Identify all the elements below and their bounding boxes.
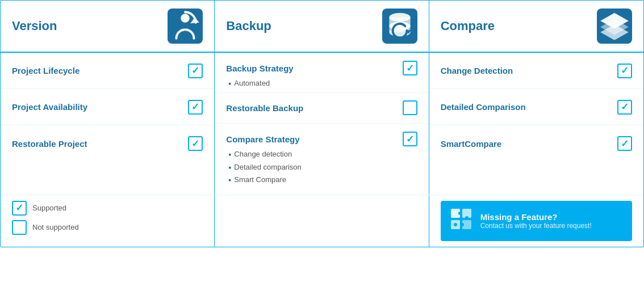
sub-item-text: Detailed comparison (234, 162, 302, 174)
header-backup: Backup (215, 1, 429, 52)
sub-item: ▪ Detailed comparison (228, 161, 417, 174)
missing-feature-title: Missing a Feature? (480, 212, 592, 222)
legend-not-supported: Not supported (12, 220, 203, 235)
svg-point-17 (454, 223, 457, 226)
backup-col: Backup Strategy ▪ Automated Restorable B… (215, 53, 429, 195)
feature-name: Project Lifecycle (12, 66, 188, 75)
missing-feature-subtitle: Contact us with your feature request! (480, 222, 592, 230)
bullet: ▪ (228, 161, 231, 174)
sub-item: ▪ Change detection (228, 148, 417, 161)
compare-icon (597, 9, 632, 44)
compare-col: Change Detection Detailed Comparison Sma… (429, 53, 643, 195)
feature-row: Restorable Project (1, 125, 214, 162)
bullet: ▪ (228, 77, 231, 90)
feature-row: Project Lifecycle (1, 53, 214, 89)
supported-check-icon (12, 201, 27, 216)
feature-name: Change Detection (441, 66, 617, 75)
feature-row: SmartCompare (429, 125, 643, 162)
svg-marker-1 (191, 18, 200, 24)
legend-supported: Supported (12, 201, 203, 216)
svg-point-15 (458, 212, 462, 215)
not-supported-check-icon (12, 220, 27, 235)
feature-row: Change Detection (429, 53, 643, 89)
check-icon (617, 100, 632, 115)
missing-feature-text: Missing a Feature? Contact us with your … (480, 212, 592, 230)
feature-row: Detailed Comparison (429, 89, 643, 125)
bullet: ▪ (228, 148, 231, 161)
bullet: ▪ (228, 174, 231, 186)
sub-item-text: Automated (234, 78, 270, 90)
bottom-area: Supported Not supported (1, 195, 643, 247)
header-compare: Compare (429, 1, 643, 52)
check-icon (617, 64, 632, 78)
bottom-banner-col: Missing a Feature? Contact us with your … (429, 195, 643, 247)
backup-icon (382, 9, 417, 44)
header-version: Version (1, 1, 215, 52)
feature-comparison-table: Version Backup (0, 0, 644, 247)
feature-sub: ▪ Automated (226, 77, 417, 90)
svg-point-18 (461, 223, 464, 226)
header-compare-title: Compare (441, 19, 495, 33)
version-icon (168, 9, 203, 44)
empty-check-icon (403, 100, 417, 115)
legend-col: Supported Not supported (1, 195, 215, 247)
feature-block-header: Compare Strategy (226, 132, 417, 146)
feature-sub: ▪ Change detection ▪ Detailed comparison… (226, 148, 417, 186)
check-icon (188, 100, 203, 115)
feature-name: Compare Strategy (226, 134, 299, 144)
feature-row: Project Availability (1, 89, 214, 125)
header-version-title: Version (12, 19, 57, 33)
header-backup-title: Backup (226, 19, 271, 33)
feature-name: Restorable Backup (226, 103, 303, 113)
feature-block: Backup Strategy ▪ Automated (215, 53, 428, 92)
sub-item-text: Change detection (234, 149, 292, 161)
feature-name: Backup Strategy (226, 64, 293, 73)
check-icon (188, 136, 203, 151)
check-icon (403, 61, 417, 75)
check-icon (403, 132, 417, 146)
sub-item: ▪ Smart Compare (228, 174, 417, 186)
body-row: Project Lifecycle Project Availability R… (1, 53, 643, 195)
header-row: Version Backup (1, 1, 643, 53)
feature-block: Compare Strategy ▪ Change detection ▪ De… (215, 124, 428, 194)
feature-block: Restorable Backup (215, 92, 428, 124)
svg-point-16 (465, 216, 469, 220)
sub-item-text: Smart Compare (234, 174, 286, 186)
check-icon (617, 136, 632, 151)
svg-point-0 (181, 14, 190, 23)
missing-feature-banner[interactable]: Missing a Feature? Contact us with your … (441, 201, 632, 241)
feature-name: SmartCompare (441, 139, 617, 149)
feature-block-header: Restorable Backup (226, 100, 417, 115)
feature-name: Detailed Comparison (441, 102, 617, 112)
version-col: Project Lifecycle Project Availability R… (1, 53, 215, 195)
legend-not-supported-label: Not supported (32, 223, 79, 231)
feature-name: Project Availability (12, 102, 188, 112)
legend-supported-label: Supported (32, 204, 66, 212)
puzzle-icon (449, 206, 474, 235)
feature-block-header: Backup Strategy (226, 61, 417, 75)
check-icon (188, 64, 203, 78)
sub-item: ▪ Automated (228, 77, 417, 90)
bottom-empty-col (215, 195, 429, 247)
feature-name: Restorable Project (12, 139, 188, 149)
